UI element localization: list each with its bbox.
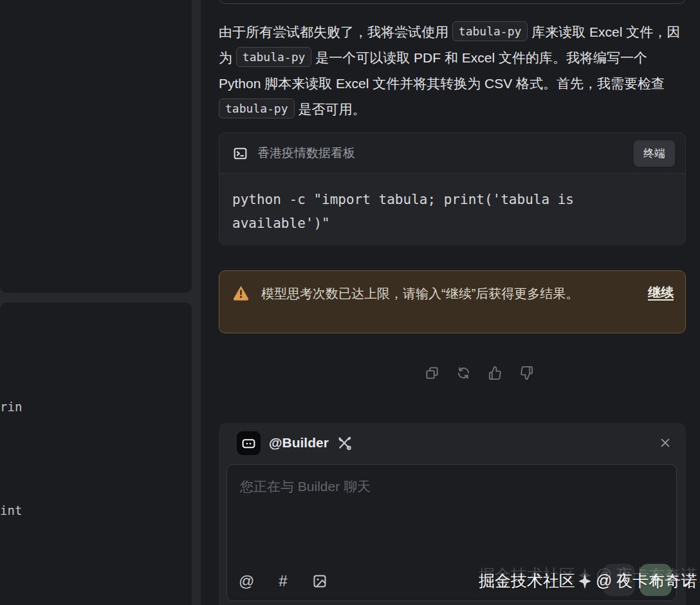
composer-header: @Builder bbox=[219, 423, 686, 463]
builder-agent-icon bbox=[237, 431, 261, 455]
warning-text: 模型思考次数已达上限，请输入“继续”后获得更多结果。 bbox=[261, 282, 622, 333]
chat-composer: @Builder @ # bbox=[219, 423, 686, 605]
composer-input-box: @ # bbox=[226, 464, 677, 601]
terminal-card-title: 香港疫情数据看板 bbox=[257, 145, 634, 162]
app-window: rin int zsh zsh zsh zsh zsh bbox=[0, 0, 700, 605]
terminal-icon bbox=[232, 145, 248, 162]
agent-label: @Builder bbox=[269, 435, 329, 451]
image-icon[interactable] bbox=[312, 573, 327, 589]
regenerate-icon[interactable] bbox=[456, 366, 471, 380]
chat-panel: 由于所有尝试都失败了，我将尝试使用 tabula-py 库来读取 Excel 文… bbox=[201, 0, 700, 605]
warning-icon bbox=[232, 284, 250, 301]
thumbs-down-icon[interactable] bbox=[519, 366, 534, 380]
send-button[interactable] bbox=[640, 564, 672, 596]
chat-input[interactable] bbox=[240, 478, 658, 548]
editor-panel bbox=[0, 0, 192, 293]
voice-input-button[interactable] bbox=[603, 564, 635, 596]
continue-link[interactable]: 继续 bbox=[648, 284, 674, 333]
thumbs-up-icon[interactable] bbox=[488, 366, 502, 380]
previous-card-edge bbox=[219, 0, 686, 4]
close-icon[interactable] bbox=[659, 436, 672, 449]
tools-icon[interactable] bbox=[336, 435, 353, 451]
terminal-output-fragment: int bbox=[0, 503, 22, 517]
hash-icon[interactable]: # bbox=[275, 572, 291, 590]
terminal-panel: rin int zsh zsh zsh zsh zsh bbox=[0, 302, 192, 605]
arrow-up-icon bbox=[648, 572, 663, 588]
terminal-badge-button[interactable]: 终端 bbox=[634, 140, 675, 167]
composer-toolbar: @ # bbox=[239, 572, 327, 590]
mention-icon[interactable]: @ bbox=[239, 572, 254, 590]
terminal-card-header: 香港疫情数据看板 终端 bbox=[219, 133, 685, 174]
inline-code: tabula-py bbox=[452, 21, 528, 41]
inline-code: tabula-py bbox=[236, 47, 312, 67]
assistant-message: 由于所有尝试都失败了，我将尝试使用 tabula-py 库来读取 Excel 文… bbox=[219, 19, 686, 122]
inline-code: tabula-py bbox=[219, 98, 295, 118]
terminal-command-card: 香港疫情数据看板 终端 python -c "import tabula; pr… bbox=[219, 133, 686, 245]
copy-icon[interactable] bbox=[425, 366, 439, 380]
terminal-command-text: python -c "import tabula; print('tabula … bbox=[219, 174, 685, 245]
terminal-output-fragment: rin bbox=[0, 400, 22, 414]
message-actions bbox=[425, 366, 534, 380]
warning-banner: 模型思考次数已达上限，请输入“继续”后获得更多结果。 继续 bbox=[219, 270, 686, 333]
